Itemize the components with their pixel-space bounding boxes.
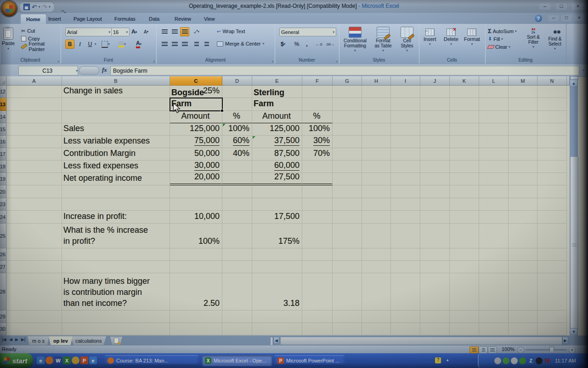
underline-dropdown-icon[interactable]: ▾ — [95, 42, 96, 46]
cell-E25[interactable]: 175% — [252, 224, 302, 248]
cell-B14[interactable] — [62, 111, 170, 123]
cell-G14[interactable] — [333, 111, 362, 123]
tray-icon-1[interactable] — [494, 357, 501, 364]
cell-L16[interactable] — [479, 136, 509, 148]
minimize-button[interactable]: – — [539, 3, 550, 10]
cell-B19[interactable]: Net operating income — [62, 173, 170, 185]
cell-H29[interactable] — [362, 310, 391, 323]
font-dialog-launcher-icon[interactable]: ⌟ — [153, 58, 155, 63]
cell-E13[interactable]: Sterling Farm — [252, 98, 302, 111]
fill-handle[interactable] — [220, 109, 224, 112]
clear-button[interactable]: Clear▾ — [488, 43, 517, 50]
delete-cells-button[interactable]: Delete▾ — [444, 29, 458, 46]
tab-page-layout[interactable]: Page Layout — [68, 14, 107, 24]
zoom-in-icon[interactable]: + — [569, 347, 576, 354]
cell-N16[interactable] — [537, 136, 567, 148]
cell-C19[interactable]: 20,000 — [170, 173, 222, 185]
cell-H27[interactable] — [362, 261, 391, 273]
cell-A18[interactable] — [6, 161, 62, 173]
cell-B15[interactable]: Sales — [62, 123, 170, 136]
cell-I16[interactable] — [391, 136, 420, 148]
cell-B23[interactable] — [62, 198, 170, 211]
row-header-17[interactable]: 17 — [0, 148, 6, 161]
word-icon[interactable]: W — [54, 356, 62, 364]
row-header-18[interactable]: 18 — [0, 161, 6, 173]
cell-D15[interactable]: 100% — [222, 123, 252, 136]
cell-B25[interactable]: What is the % increase in profit? — [62, 224, 170, 248]
cell-K24[interactable] — [450, 211, 479, 224]
cell-G15[interactable] — [333, 123, 362, 136]
cell-D27[interactable] — [222, 261, 252, 273]
cell-A15[interactable] — [6, 123, 62, 136]
col-header-F[interactable]: F — [302, 76, 333, 86]
cell-L15[interactable] — [479, 123, 509, 136]
cell-K12[interactable] — [450, 86, 479, 98]
cell-B13[interactable] — [62, 98, 170, 111]
cell-K14[interactable] — [450, 111, 479, 123]
cell-G23[interactable] — [333, 198, 362, 211]
cell-A14[interactable] — [6, 111, 62, 123]
cell-B30[interactable] — [62, 323, 170, 335]
cell-K26[interactable] — [450, 248, 479, 261]
cell-I28[interactable] — [391, 273, 420, 310]
conditional-formatting-button[interactable]: Conditional Formatting▾ — [341, 27, 369, 52]
restore-button[interactable]: □ — [556, 3, 567, 10]
cell-C16[interactable]: 75,000 — [170, 136, 222, 148]
cell-G24[interactable] — [333, 211, 362, 224]
cell-D24[interactable] — [222, 211, 252, 224]
cell-J26[interactable] — [420, 248, 450, 261]
row-header-26[interactable]: 26 — [0, 248, 6, 261]
font-color-button[interactable]: A▾ — [134, 40, 143, 49]
cell-J13[interactable] — [420, 98, 450, 111]
col-header-K[interactable]: K — [450, 76, 479, 86]
cell-E19[interactable]: 27,500 — [252, 173, 302, 185]
cell-I14[interactable] — [391, 111, 420, 123]
cell-N18[interactable] — [537, 161, 567, 173]
cell-D14[interactable]: % — [222, 111, 252, 123]
cell-D18[interactable] — [222, 161, 252, 173]
cell-I13[interactable] — [391, 98, 420, 111]
align-center-button[interactable] — [170, 40, 179, 49]
cell-H25[interactable] — [362, 224, 391, 248]
cell-M28[interactable] — [509, 273, 537, 310]
cell-H20[interactable] — [362, 185, 391, 198]
tray-icon-2[interactable] — [503, 357, 509, 364]
cell-N27[interactable] — [537, 261, 567, 273]
cell-A25[interactable] — [6, 224, 62, 248]
cell-H26[interactable] — [362, 248, 391, 261]
cell-M13[interactable] — [509, 98, 537, 111]
cell-G17[interactable] — [333, 148, 362, 161]
col-header-E[interactable]: E — [252, 76, 302, 86]
cell-A23[interactable] — [6, 198, 62, 211]
row-header-30[interactable]: 30 — [0, 323, 6, 335]
cell-A29[interactable] — [6, 310, 62, 323]
cell-L27[interactable] — [479, 261, 509, 273]
cell-J23[interactable] — [420, 198, 450, 211]
office-button[interactable] — [1, 1, 17, 17]
close-button[interactable]: × — [572, 3, 583, 10]
increase-decimal-button[interactable]: ←.0 — [314, 40, 323, 49]
format-as-table-button[interactable]: Format as Table▾ — [371, 27, 395, 52]
cell-L17[interactable] — [479, 148, 509, 161]
cell-C26[interactable] — [170, 248, 222, 261]
col-header-D[interactable]: D — [222, 76, 252, 86]
cell-B27[interactable] — [62, 261, 170, 273]
insert-cells-button[interactable]: Insert▾ — [424, 29, 436, 46]
align-bottom-button[interactable] — [180, 27, 189, 36]
cell-F24[interactable] — [302, 211, 333, 224]
cell-D28[interactable] — [222, 273, 252, 310]
cell-J24[interactable] — [420, 211, 450, 224]
cell-J27[interactable] — [420, 261, 450, 273]
cell-D26[interactable] — [222, 248, 252, 261]
cell-C15[interactable]: 125,000 — [170, 123, 222, 136]
cell-M15[interactable] — [509, 123, 537, 136]
cell-L14[interactable] — [479, 111, 509, 123]
cell-N13[interactable] — [537, 98, 567, 111]
cell-B26[interactable] — [62, 248, 170, 261]
cell-C29[interactable] — [170, 310, 222, 323]
cell-M17[interactable] — [509, 148, 537, 161]
cell-F15[interactable]: 100% — [302, 123, 333, 136]
cell-F23[interactable] — [302, 198, 333, 211]
cell-H14[interactable] — [362, 111, 391, 123]
cell-E17[interactable]: 87,500 — [252, 148, 302, 161]
